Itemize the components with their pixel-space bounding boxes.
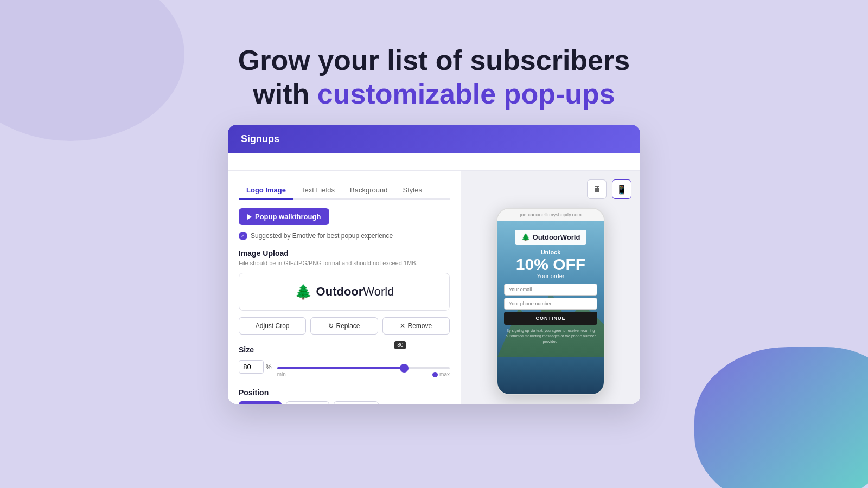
position-top-button[interactable]: ↻ Top: [239, 401, 282, 404]
tab-text-fields[interactable]: Text Fields: [293, 182, 342, 200]
replace-label: Replace: [336, 322, 360, 330]
adjust-crop-label: Adjust Crop: [256, 322, 290, 330]
popup-form: CONTINUE: [504, 284, 597, 325]
editor-layout: Logo Image Text Fields Background Styles…: [228, 171, 640, 404]
popup-brand-name: OutdoorWorld: [533, 233, 580, 241]
suggestion-text: Suggested by Emotive for best popup expe…: [251, 232, 393, 240]
popup-your-order-text: Your order: [537, 273, 565, 279]
position-section: Position ↻ Top Middle Bottom: [239, 388, 450, 404]
slider-min-label: min: [277, 371, 286, 377]
suggestion-row: Suggested by Emotive for best popup expe…: [239, 232, 450, 240]
play-icon: [247, 214, 252, 220]
popup-email-input[interactable]: [504, 284, 597, 296]
logo-preview: 🌲 OutdoorWorld: [239, 273, 450, 311]
desktop-view-button[interactable]: 🖥: [587, 179, 607, 199]
sub-bar: [228, 153, 640, 171]
slider-labels: min max: [277, 371, 450, 377]
size-unit: %: [266, 363, 272, 371]
image-upload-sublabel: File should be in GIF/JPG/PNG format and…: [239, 260, 450, 266]
phone-popup: 🌲 OutdoorWorld Unlock 10% OFF Your order…: [497, 221, 604, 395]
size-label: Size: [239, 345, 450, 354]
image-upload-label: Image Upload: [239, 249, 450, 258]
phone-mockup: joe-caccinelli.myshopify.com 🌲 OutdoorWo…: [496, 208, 605, 395]
slider-value-bubble: 80: [394, 341, 406, 349]
mobile-view-button[interactable]: 📱: [612, 179, 631, 199]
popup-discount-text: 10% OFF: [516, 256, 585, 273]
position-middle-button[interactable]: Middle: [286, 401, 329, 404]
popup-phone-input[interactable]: [504, 298, 597, 310]
position-buttons: ↻ Top Middle Bottom: [239, 401, 450, 404]
signups-label: Signups: [241, 133, 279, 144]
device-toggle: 🖥 📱: [587, 179, 631, 199]
size-input[interactable]: [239, 360, 264, 374]
signups-bar: Signups: [228, 125, 640, 153]
walkthrough-button-label: Popup walkthrough: [255, 213, 321, 221]
tree-icon: 🌲: [295, 284, 312, 300]
hero-line1: Grow your list of subscribers: [238, 44, 630, 76]
remove-label: Remove: [407, 322, 432, 330]
adjust-crop-button[interactable]: Adjust Crop: [239, 317, 306, 335]
action-buttons: Adjust Crop ↻ Replace ✕ Remove: [239, 317, 450, 335]
popup-unlock-text: Unlock: [541, 249, 561, 255]
slider-fill: [277, 367, 401, 369]
hero-line2-plain: with: [253, 78, 317, 110]
right-panel: 🖥 📱 joe-caccinelli.myshopify.com 🌲 Outdo…: [461, 171, 640, 404]
replace-button[interactable]: ↻ Replace: [310, 317, 378, 335]
main-card: Signups Logo Image Text Fields Backgroun…: [228, 125, 640, 404]
emotive-check-icon: [239, 232, 247, 240]
slider-max-label: max: [432, 371, 450, 377]
walkthrough-button[interactable]: Popup walkthrough: [239, 208, 329, 225]
popup-fine-print: By signing up via text, you agree to rec…: [504, 328, 597, 344]
replace-icon: ↻: [328, 322, 334, 330]
logo-preview-content: 🌲 OutdoorWorld: [295, 284, 394, 300]
position-label: Position: [239, 388, 450, 397]
size-input-wrap: %: [239, 360, 272, 374]
popup-logo: 🌲 OutdoorWorld: [515, 230, 587, 245]
phone-address-bar: joe-caccinelli.myshopify.com: [497, 209, 604, 221]
remove-icon: ✕: [400, 322, 405, 330]
logo-brand-text: OutdoorWorld: [316, 285, 394, 299]
hero-line2-highlight: customizable pop-ups: [317, 78, 615, 110]
remove-button[interactable]: ✕ Remove: [382, 317, 450, 335]
popup-tree-icon: 🌲: [521, 233, 530, 241]
slider-track[interactable]: [277, 367, 450, 369]
phone-popup-bg: 🌲 OutdoorWorld Unlock 10% OFF Your order…: [497, 221, 604, 395]
position-bottom-button[interactable]: Bottom: [334, 401, 379, 404]
slider-wrap: 80 min max: [277, 356, 450, 377]
tab-logo-image[interactable]: Logo Image: [239, 182, 293, 200]
tab-bar: Logo Image Text Fields Background Styles: [239, 182, 450, 200]
slider-thumb[interactable]: [400, 364, 409, 373]
left-panel: Logo Image Text Fields Background Styles…: [228, 171, 461, 404]
tab-styles[interactable]: Styles: [395, 182, 429, 200]
size-section: Size % 80: [239, 345, 450, 377]
popup-continue-button[interactable]: CONTINUE: [504, 312, 597, 325]
mobile-icon: 📱: [616, 184, 627, 195]
size-controls: % 80 min: [239, 356, 450, 377]
hero-heading: Grow your list of subscribers with custo…: [0, 43, 868, 111]
bg-blob-bottom-right: [694, 347, 868, 488]
max-icon: [432, 372, 438, 377]
desktop-icon: 🖥: [592, 184, 601, 194]
tab-background[interactable]: Background: [342, 182, 395, 200]
